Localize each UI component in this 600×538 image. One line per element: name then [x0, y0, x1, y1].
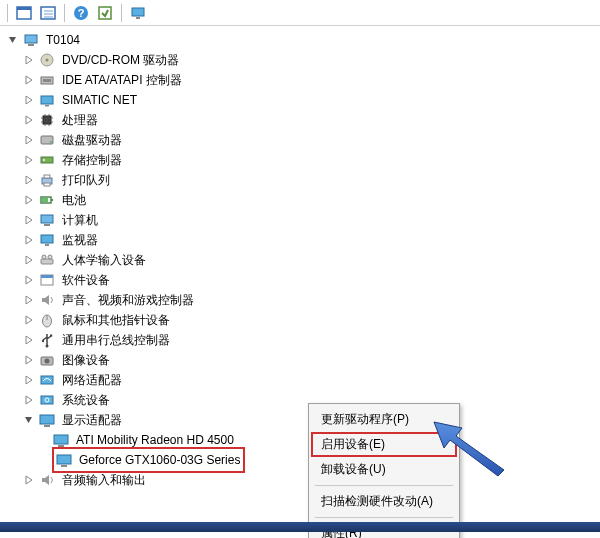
tree-category-audio[interactable]: 音频输入和输出 [6, 470, 600, 490]
tree-category[interactable]: 存储控制器 [6, 150, 600, 170]
expander-open-icon[interactable] [22, 413, 36, 427]
menu-item[interactable]: 卸载设备(U) [311, 457, 457, 482]
expander-closed-icon[interactable] [22, 113, 36, 127]
expander-closed-icon[interactable] [22, 353, 36, 367]
gpu-icon [55, 451, 73, 469]
toolbar-separator [7, 4, 8, 22]
expander-closed-icon[interactable] [22, 93, 36, 107]
tree-category[interactable]: 鼠标和其他指针设备 [6, 310, 600, 330]
tree-category[interactable]: 计算机 [6, 210, 600, 230]
expander-closed-icon[interactable] [22, 53, 36, 67]
bottom-bar [0, 522, 600, 532]
category-label: DVD/CD-ROM 驱动器 [60, 49, 181, 71]
menu-item[interactable]: 更新驱动程序(P) [311, 407, 457, 432]
svg-point-53 [45, 359, 50, 364]
usb-icon [38, 331, 56, 349]
tree-category[interactable]: 处理器 [6, 110, 600, 130]
menu-item[interactable]: 扫描检测硬件改动(A) [311, 489, 457, 514]
audio-icon [38, 471, 56, 489]
toolbar-panel2-icon[interactable] [37, 2, 59, 24]
svg-rect-55 [41, 396, 53, 404]
expander-closed-icon[interactable] [22, 153, 36, 167]
disk-icon [38, 131, 56, 149]
expander-closed-icon[interactable] [22, 133, 36, 147]
toolbar-panel1-icon[interactable] [13, 2, 35, 24]
category-label: 人体学输入设备 [60, 249, 148, 271]
expander-closed-icon[interactable] [22, 273, 36, 287]
svg-rect-18 [45, 105, 49, 107]
menu-separator [315, 517, 453, 518]
category-label: 网络适配器 [60, 369, 124, 391]
hid-icon [38, 251, 56, 269]
expander-closed-icon[interactable] [22, 73, 36, 87]
svg-rect-51 [50, 335, 52, 337]
expander-open-icon[interactable] [6, 33, 20, 47]
tree-category[interactable]: 监视器 [6, 230, 600, 250]
computer-icon [38, 211, 56, 229]
category-label: 系统设备 [60, 389, 112, 411]
expander-closed-icon[interactable] [22, 233, 36, 247]
toolbar-action-icon[interactable] [94, 2, 116, 24]
category-label: 声音、视频和游戏控制器 [60, 289, 196, 311]
context-menu: 更新驱动程序(P)启用设备(E)卸载设备(U)扫描检测硬件改动(A)属性(R) [308, 403, 460, 538]
category-label: 电池 [60, 189, 88, 211]
expander-closed-icon[interactable] [22, 373, 36, 387]
tree-category[interactable]: IDE ATA/ATAPI 控制器 [6, 70, 600, 90]
tree-category[interactable]: 人体学输入设备 [6, 250, 600, 270]
battery-icon [38, 191, 56, 209]
tree-category-display[interactable]: 显示适配器 [6, 410, 600, 430]
svg-rect-16 [43, 79, 51, 82]
toolbar-help-icon[interactable]: ? [70, 2, 92, 24]
category-label: 处理器 [60, 109, 100, 131]
expander-closed-icon[interactable] [22, 333, 36, 347]
expander-closed-icon[interactable] [22, 293, 36, 307]
svg-text:?: ? [78, 7, 85, 19]
menu-item[interactable]: 启用设备(E) [311, 432, 457, 457]
expander-closed-icon[interactable] [22, 213, 36, 227]
expander-closed-icon[interactable] [22, 393, 36, 407]
display-label: 显示适配器 [60, 409, 124, 431]
tree-category[interactable]: 打印队列 [6, 170, 600, 190]
tree-category[interactable]: 磁盘驱动器 [6, 130, 600, 150]
tree-category[interactable]: 网络适配器 [6, 370, 600, 390]
expander-closed-icon[interactable] [22, 173, 36, 187]
svg-point-31 [43, 159, 45, 161]
svg-point-50 [42, 340, 44, 342]
tree-category[interactable]: 图像设备 [6, 350, 600, 370]
svg-rect-1 [17, 7, 31, 10]
svg-rect-30 [41, 157, 53, 163]
svg-rect-41 [45, 244, 49, 246]
tree-category[interactable]: SIMATIC NET [6, 90, 600, 110]
toolbar-monitor-icon[interactable] [127, 2, 149, 24]
menu-separator [315, 485, 453, 486]
expander-closed-icon[interactable] [22, 253, 36, 267]
tree-category[interactable]: 通用串行总线控制器 [6, 330, 600, 350]
netadapter-icon [38, 371, 56, 389]
sound-icon [38, 291, 56, 309]
svg-rect-61 [57, 455, 71, 464]
svg-point-49 [46, 345, 49, 348]
toolbar-separator [121, 4, 122, 22]
category-label: 监视器 [60, 229, 100, 251]
device-tree: T0104 DVD/CD-ROM 驱动器IDE ATA/ATAPI 控制器SIM… [0, 26, 600, 494]
net-icon [38, 91, 56, 109]
expander-closed-icon[interactable] [22, 313, 36, 327]
expander-closed-icon[interactable] [22, 473, 36, 487]
category-label: 通用串行总线控制器 [60, 329, 172, 351]
display-adapter-icon [38, 411, 56, 429]
tree-category[interactable]: 系统设备 [6, 390, 600, 410]
tree-device-geforce[interactable]: Geforce GTX1060-03G Series [6, 450, 600, 470]
mouse-icon [38, 311, 56, 329]
category-label: IDE ATA/ATAPI 控制器 [60, 69, 184, 91]
tree-category[interactable]: 声音、视频和游戏控制器 [6, 290, 600, 310]
expander-closed-icon[interactable] [22, 193, 36, 207]
svg-rect-40 [41, 235, 53, 243]
toolbar-separator [64, 4, 65, 22]
tree-category[interactable]: DVD/CD-ROM 驱动器 [6, 50, 600, 70]
tree-root[interactable]: T0104 [6, 30, 600, 50]
storage-icon [38, 151, 56, 169]
svg-rect-62 [61, 465, 67, 467]
tree-category[interactable]: 电池 [6, 190, 600, 210]
svg-rect-19 [43, 116, 51, 124]
tree-category[interactable]: 软件设备 [6, 270, 600, 290]
